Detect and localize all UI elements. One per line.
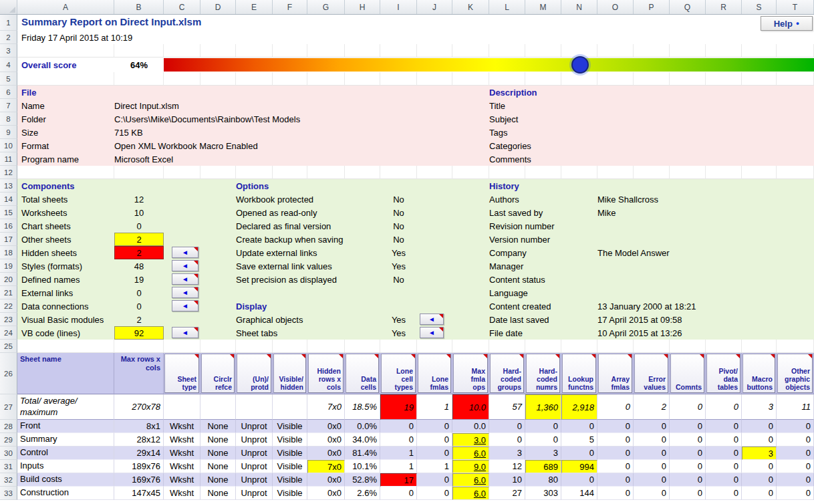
row-header[interactable]: 13: [0, 179, 17, 193]
column-header-button[interactable]: Hard- coded numrs: [526, 354, 560, 393]
column-header-button[interactable]: Pivot/ data tables: [706, 354, 740, 393]
column-header-button[interactable]: Comnts: [670, 354, 704, 393]
spreadsheet-row: 14 Total sheets 12 Workbook protected No…: [0, 193, 814, 206]
column-header-Q[interactable]: Q: [670, 0, 706, 14]
column-header-B[interactable]: B: [114, 0, 164, 14]
row-header[interactable]: 21: [0, 286, 17, 299]
row-header[interactable]: 12: [0, 166, 17, 179]
column-header-button[interactable]: Sheet type: [164, 354, 199, 393]
column-header-P[interactable]: P: [634, 0, 670, 14]
row-header[interactable]: 24: [0, 326, 17, 340]
jump-button[interactable]: ◄: [172, 260, 198, 271]
column-header-G[interactable]: G: [307, 0, 345, 14]
comment-indicator: [194, 274, 198, 278]
option-value: No: [380, 206, 417, 219]
row-header[interactable]: 29: [0, 433, 17, 447]
column-header-button[interactable]: Error values: [634, 354, 668, 393]
row-header[interactable]: 18: [0, 246, 17, 259]
row-header[interactable]: 2: [0, 31, 17, 44]
row-header[interactable]: 7: [0, 99, 17, 112]
jump-button[interactable]: ◄: [172, 287, 198, 298]
comment-indicator: [628, 354, 632, 358]
jump-button[interactable]: ◄: [172, 300, 198, 311]
column-header-button[interactable]: Macro buttons: [742, 354, 775, 393]
column-header-S[interactable]: S: [742, 0, 777, 14]
column-header-T[interactable]: T: [777, 0, 814, 14]
row-header[interactable]: 30: [0, 447, 17, 460]
row-header[interactable]: 22: [0, 299, 17, 313]
row-header[interactable]: 9: [0, 126, 17, 139]
column-header-button[interactable]: Lone fmlas: [418, 354, 451, 393]
row-header[interactable]: 19: [0, 259, 17, 273]
row-header[interactable]: 6: [0, 86, 17, 99]
row-header[interactable]: 8: [0, 112, 17, 126]
empty-cell: [489, 44, 525, 57]
row-header[interactable]: 25: [0, 340, 17, 353]
row-header[interactable]: 11: [0, 152, 17, 166]
table-cell: 0: [634, 420, 670, 433]
row-header[interactable]: 5: [0, 72, 17, 86]
column-header-button[interactable]: Lone cell types: [381, 354, 416, 393]
column-header-button[interactable]: Data cells: [346, 354, 379, 393]
row-header[interactable]: 15: [0, 206, 17, 219]
jump-button[interactable]: ◄: [420, 313, 444, 325]
spreadsheet-row: 9 Size 715 KB Tags: [0, 126, 814, 139]
column-header-button[interactable]: Hidden rows x cols: [308, 354, 344, 393]
jump-button[interactable]: ◄: [172, 247, 198, 258]
column-header-H[interactable]: H: [345, 0, 380, 14]
column-header-button[interactable]: Circlr refce: [201, 354, 235, 393]
column-header-button[interactable]: Array fmlas: [598, 354, 632, 393]
column-header-button[interactable]: Lookup functns: [562, 354, 596, 393]
jump-button[interactable]: ◄: [420, 327, 444, 338]
column-header-button[interactable]: (Un)/ protd: [237, 354, 271, 393]
column-header-button[interactable]: Max fmla ops: [453, 354, 488, 393]
column-header-N[interactable]: N: [561, 0, 597, 14]
row-header[interactable]: 33: [0, 487, 17, 500]
row-header[interactable]: 26: [0, 353, 17, 394]
column-header-button[interactable]: Visible/ hidden: [273, 354, 306, 393]
row-header[interactable]: 31: [0, 460, 17, 473]
row-header[interactable]: 27: [0, 394, 17, 420]
row-header[interactable]: 17: [0, 233, 17, 246]
column-header-D[interactable]: D: [200, 0, 236, 14]
row-header[interactable]: 4: [0, 57, 17, 72]
row-header[interactable]: 1: [0, 15, 17, 31]
column-header-L[interactable]: L: [489, 0, 525, 14]
description-label: Comments: [489, 152, 531, 166]
empty-cell: [114, 72, 164, 86]
column-header-R[interactable]: R: [706, 0, 742, 14]
row-header[interactable]: 32: [0, 473, 17, 487]
column-header-F[interactable]: F: [273, 0, 307, 14]
row-header[interactable]: 14: [0, 193, 17, 206]
column-header-I[interactable]: I: [380, 0, 417, 14]
column-header-button[interactable]: Hard- coded groups: [490, 354, 524, 393]
column-header-O[interactable]: O: [597, 0, 634, 14]
row-header[interactable]: 16: [0, 219, 17, 233]
empty-cell: [236, 44, 273, 57]
row-header[interactable]: 10: [0, 139, 17, 152]
jump-button[interactable]: ◄: [172, 273, 198, 285]
row-header[interactable]: 3: [0, 44, 17, 57]
column-header-M[interactable]: M: [525, 0, 561, 14]
help-button[interactable]: Help ●: [761, 16, 813, 31]
arrow-left-icon: ◄: [182, 329, 188, 336]
row-header[interactable]: 20: [0, 273, 17, 286]
history-label: Version number: [489, 233, 550, 246]
jump-button[interactable]: ◄: [172, 327, 198, 338]
table-cell: 0: [742, 487, 777, 500]
empty-cell: [164, 72, 200, 86]
empty-cell: [273, 340, 307, 353]
select-all-corner[interactable]: [0, 0, 17, 14]
table-cell: Unprot: [236, 487, 273, 500]
table-cell: 3: [742, 394, 777, 420]
column-header-A[interactable]: A: [17, 0, 114, 14]
column-header-C[interactable]: C: [164, 0, 200, 14]
row-header[interactable]: 23: [0, 313, 17, 326]
sheet-name-cell: Build costs: [17, 473, 114, 487]
column-header-button[interactable]: Other graphic objects: [777, 354, 813, 393]
column-header-E[interactable]: E: [236, 0, 273, 14]
table-cell: 0: [706, 433, 742, 447]
column-header-J[interactable]: J: [417, 0, 452, 14]
row-header[interactable]: 28: [0, 420, 17, 433]
column-header-K[interactable]: K: [452, 0, 489, 14]
